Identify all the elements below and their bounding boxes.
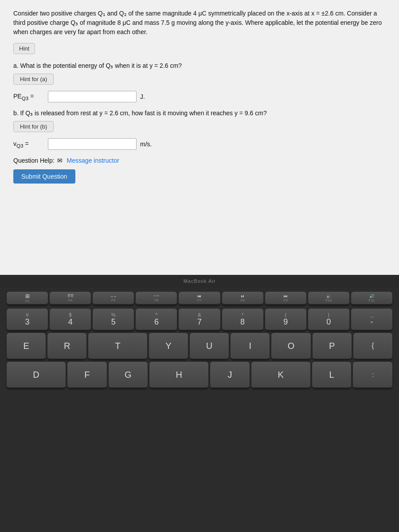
key-g[interactable]: G xyxy=(109,362,148,388)
part-a-label: a. What is the potential energy of Q₃ wh… xyxy=(13,62,386,69)
key-0-top: ) xyxy=(328,312,329,317)
key-f10[interactable]: 🔉 F10 xyxy=(308,292,349,305)
key-p[interactable]: P xyxy=(313,333,352,360)
submit-question-button[interactable]: Submit Question xyxy=(13,169,75,184)
macbook-label: MacBook Air xyxy=(184,278,216,284)
part-b-input-row: vQ3 = m/s. xyxy=(13,138,386,150)
key-o[interactable]: O xyxy=(271,333,310,360)
key-f9[interactable]: ⏭ F9 xyxy=(265,292,306,305)
keyboard-area: ⊞ F3 ⠿⠿ F4 ⠤⠤ F5 ⠒⠒ F6 ⏮ F7 ⏯ F8 ⏭ F9 🔉 xyxy=(0,287,399,532)
key-4-main: 4 xyxy=(68,317,73,327)
key-k[interactable]: K xyxy=(251,362,310,388)
f8-label: F8 xyxy=(240,298,244,302)
key-minus-main: - xyxy=(370,317,373,327)
hint-for-a-button[interactable]: Hint for (a) xyxy=(13,74,54,85)
key-8-top: * xyxy=(242,312,243,317)
key-j[interactable]: J xyxy=(210,362,250,388)
key-e[interactable]: E xyxy=(7,333,46,360)
key-f5[interactable]: ⠤⠤ F5 xyxy=(93,292,134,305)
key-5-main: 5 xyxy=(111,317,116,327)
part-b-var-label: vQ3 = xyxy=(13,140,44,149)
part-b-unit: m/s. xyxy=(140,141,152,148)
f6-label: F6 xyxy=(154,298,158,302)
key-l[interactable]: L xyxy=(312,362,352,388)
key-minus-top: _ xyxy=(370,312,373,317)
screen-area: Consider two positive charges Q₁ and Q₂ … xyxy=(0,0,399,275)
key-7-main: 7 xyxy=(197,317,202,327)
key-6-top: ^ xyxy=(155,312,157,317)
f4-icon: ⠿⠿ xyxy=(67,293,74,298)
key-i[interactable]: I xyxy=(231,333,270,360)
part-a-input[interactable] xyxy=(48,91,137,102)
f3-icon: ⊞ xyxy=(25,293,30,299)
key-9-main: 9 xyxy=(283,317,288,327)
f10-icon: 🔉 xyxy=(326,294,331,298)
f10-label: F10 xyxy=(325,298,332,302)
f3-label: F3 xyxy=(25,299,29,303)
key-r[interactable]: R xyxy=(47,333,86,360)
key-f8[interactable]: ⏯ F8 xyxy=(222,292,263,305)
key-8[interactable]: * 8 xyxy=(222,309,263,331)
key-u[interactable]: U xyxy=(190,333,229,360)
key-9-top: ( xyxy=(285,312,286,317)
part-b-input[interactable] xyxy=(48,138,137,150)
letter-row-dfghjkl: D F G H J K L : xyxy=(7,362,392,388)
part-b-label: b. If Q₃ is released from rest at y = 2.… xyxy=(13,110,386,117)
key-5-top: % xyxy=(111,312,116,317)
f7-icon: ⏮ xyxy=(197,294,201,298)
key-minus[interactable]: _ - xyxy=(351,309,392,331)
key-7[interactable]: & 7 xyxy=(179,309,220,331)
key-4-top: $ xyxy=(69,312,72,317)
envelope-icon: ✉ xyxy=(57,157,63,164)
num-row: # 3 $ 4 % 5 ^ 6 & 7 * 8 ( 9 ) 0 xyxy=(7,309,392,331)
part-a-var-label: PEQ3 = xyxy=(13,93,44,101)
f11-icon: 🔊 xyxy=(369,294,374,298)
key-0[interactable]: ) 0 xyxy=(308,309,349,331)
message-instructor-link[interactable]: Message instructor xyxy=(67,157,119,164)
f9-label: F9 xyxy=(284,298,288,302)
f11-label: F11 xyxy=(369,298,375,302)
key-h[interactable]: H xyxy=(149,362,208,388)
key-f6[interactable]: ⠒⠒ F6 xyxy=(136,292,177,305)
key-6[interactable]: ^ 6 xyxy=(136,309,177,331)
key-3-main: 3 xyxy=(25,317,30,327)
key-4[interactable]: $ 4 xyxy=(50,309,91,331)
f5-icon: ⠤⠤ xyxy=(110,294,117,298)
key-3-top: # xyxy=(26,312,28,317)
key-7-top: & xyxy=(198,312,201,317)
f7-label: F7 xyxy=(197,298,201,302)
letter-row-ertyuiop: E R T Y U I O P { xyxy=(7,333,392,360)
part-a-input-row: PEQ3 = J. xyxy=(13,91,386,102)
f5-label: F5 xyxy=(111,298,115,302)
f6-icon: ⠒⠒ xyxy=(153,294,160,298)
key-f4[interactable]: ⠿⠿ F4 xyxy=(50,292,91,305)
hint-for-b-button[interactable]: Hint for (b) xyxy=(13,121,54,132)
problem-text: Consider two positive charges Q₁ and Q₂ … xyxy=(13,9,386,37)
key-d[interactable]: D xyxy=(7,362,66,388)
key-3[interactable]: # 3 xyxy=(7,309,48,331)
key-t[interactable]: T xyxy=(88,333,147,360)
key-f3[interactable]: ⊞ F3 xyxy=(7,292,48,305)
key-9[interactable]: ( 9 xyxy=(265,309,306,331)
fn-row: ⊞ F3 ⠿⠿ F4 ⠤⠤ F5 ⠒⠒ F6 ⏮ F7 ⏯ F8 ⏭ F9 🔉 xyxy=(7,292,392,305)
f4-label: F4 xyxy=(68,298,72,302)
key-f7[interactable]: ⏮ F7 xyxy=(179,292,220,305)
key-f[interactable]: F xyxy=(67,362,107,388)
key-5[interactable]: % 5 xyxy=(93,309,134,331)
key-0-main: 0 xyxy=(326,317,331,327)
f8-icon: ⏯ xyxy=(241,294,245,298)
key-f11[interactable]: 🔊 F11 xyxy=(351,292,392,305)
divider-bar: MacBook Air xyxy=(0,275,399,287)
question-help-row: Question Help: ✉ Message instructor xyxy=(13,157,386,164)
hint-button[interactable]: Hint xyxy=(13,43,35,54)
question-help-label: Question Help: xyxy=(13,157,55,164)
part-a-unit: J. xyxy=(140,93,145,100)
key-y[interactable]: Y xyxy=(149,333,188,360)
key-8-main: 8 xyxy=(240,317,245,327)
key-open-brace[interactable]: { xyxy=(353,333,392,360)
key-6-main: 6 xyxy=(154,317,159,327)
f9-icon: ⏭ xyxy=(284,294,288,298)
key-colon[interactable]: : xyxy=(353,362,392,388)
